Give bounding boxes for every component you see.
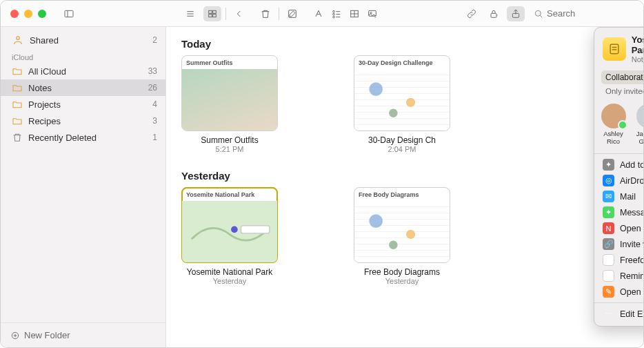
note-thumbnail: Yosemite National Park (181, 187, 278, 263)
share-action[interactable]: ∿Freeform (594, 252, 643, 268)
sidebar-item-label: Shared (30, 35, 59, 46)
search-field[interactable] (529, 8, 643, 19)
delete-note-button[interactable] (256, 6, 274, 21)
share-permission-label: Only invited people can edit. (605, 87, 643, 95)
popover-header: Yosemite National Park Notes (594, 33, 643, 68)
thumb-image (182, 201, 277, 263)
sidebar-item-count: 4 (152, 99, 157, 109)
sidebar-item-recently-deleted[interactable]: Recently Deleted 1 (1, 129, 165, 146)
share-action[interactable]: ✎Open in Pages (594, 284, 643, 300)
sidebar-item-projects[interactable]: Projects 4 (1, 96, 165, 113)
sidebar-item-shared[interactable]: Shared 2 (1, 31, 165, 49)
note-card-label: Yosemite National Park (187, 267, 272, 277)
avatar (601, 104, 626, 128)
toggle-sidebar-button[interactable] (60, 6, 78, 21)
sidebar-item-all-icloud[interactable]: All iCloud 33 (1, 63, 165, 79)
thumb-title: Free Body Diagrams (354, 188, 450, 198)
note-card-time: Yesterday (385, 277, 419, 285)
sidebar-item-notes[interactable]: Notes 26 (1, 79, 165, 96)
share-action[interactable]: ✉Mail (594, 188, 643, 204)
minimize-window-button[interactable] (24, 10, 32, 18)
share-mode-field[interactable]: Collaborate Only invited people can edit… (601, 70, 643, 99)
reading-list-icon: ✦ (603, 159, 614, 171)
svg-point-30 (231, 226, 238, 233)
map-icon (182, 201, 277, 263)
media-button[interactable] (363, 6, 381, 21)
news-icon: N (603, 222, 614, 234)
sidebar-item-label: Notes (28, 83, 52, 93)
checklist-button[interactable] (328, 6, 345, 21)
svg-point-23 (535, 10, 541, 16)
svg-rect-7 (209, 14, 212, 17)
share-permission-row[interactable]: Only invited people can edit. (601, 84, 643, 99)
sidebar-item-count: 33 (148, 66, 157, 76)
folder-icon (12, 66, 23, 77)
sidebar-item-label: Projects (28, 99, 61, 110)
share-popover: Yosemite National Park Notes Collaborate… (594, 27, 643, 327)
share-person[interactable]: Ashley Rico (600, 104, 627, 145)
note-thumbnail: Free Body Diagrams (354, 187, 450, 263)
note-card[interactable]: Yosemite National Park Yosemite National… (181, 187, 278, 285)
view-mode-group (181, 6, 221, 21)
section-title-yesterday: Yesterday (166, 159, 643, 187)
folder-icon (12, 99, 23, 110)
note-thumbnail: Summer Outfits (181, 55, 278, 131)
link-button[interactable] (463, 6, 481, 21)
section-title-today: Today (166, 27, 643, 55)
sidebar-item-recipes[interactable]: Recipes 3 (1, 113, 165, 129)
person-name: Jasmine Garcia (636, 130, 643, 145)
titlebar (1, 1, 643, 27)
text-style-button[interactable] (310, 6, 328, 21)
thumb-title: Yosemite National Park (182, 188, 277, 198)
share-action[interactable]: NOpen in News (594, 220, 643, 236)
share-person[interactable]: Jasmine Garcia (635, 104, 643, 145)
note-card[interactable]: Free Body Diagrams Free Body Diagrams Ye… (354, 187, 450, 285)
trash-icon (12, 132, 23, 143)
sidebar-section-icloud: iCloud (1, 49, 165, 63)
share-button[interactable] (507, 6, 525, 21)
svg-rect-21 (491, 13, 496, 17)
airdrop-icon: ◎ (603, 175, 614, 186)
share-action[interactable]: ✦Add to Reading List (594, 157, 643, 173)
svg-rect-6 (213, 10, 217, 13)
popover-subtitle: Notes (632, 55, 643, 64)
close-window-button[interactable] (10, 10, 19, 18)
share-action[interactable]: ✦Messages (594, 204, 643, 220)
search-input[interactable] (547, 8, 643, 19)
share-action-label: AirDrop (620, 176, 643, 186)
right-toolbar-group (463, 6, 643, 21)
back-button[interactable] (230, 6, 248, 21)
share-action-label: Messages (620, 208, 643, 218)
svg-line-24 (540, 15, 542, 17)
extensions-icon: ⋯ (603, 308, 614, 320)
window-controls (1, 10, 60, 18)
note-card-time: 5:21 PM (216, 145, 244, 153)
sidebar-item-count: 3 (152, 116, 157, 126)
note-card-label: 30-Day Design Ch (368, 135, 436, 145)
gallery-content: Today Summer Outfits Summer Outfits 5:21… (166, 27, 643, 347)
note-card[interactable]: Summer Outfits Summer Outfits 5:21 PM (181, 55, 278, 153)
new-folder-label: New Folder (24, 330, 70, 340)
link-icon: 🔗 (603, 238, 614, 250)
share-action-label: Add to Reading List (620, 160, 643, 170)
share-action[interactable]: ◎AirDrop (594, 173, 643, 188)
app-window: Shared 2 iCloud All iCloud 33 Notes 26 P… (0, 0, 644, 348)
share-action[interactable]: ☰Reminders (594, 268, 643, 284)
share-action-label: Reminders (620, 271, 643, 281)
list-view-button[interactable] (181, 6, 199, 21)
pages-icon: ✎ (603, 286, 614, 298)
svg-rect-32 (610, 44, 618, 53)
lock-button[interactable] (485, 6, 503, 21)
edit-extensions[interactable]: ⋯Edit Extensions… (594, 306, 643, 322)
zoom-window-button[interactable] (38, 10, 46, 18)
new-folder-button[interactable]: New Folder (1, 322, 165, 347)
gallery-view-button[interactable] (203, 6, 221, 21)
note-thumbnail: 30-Day Design Challenge (354, 55, 450, 131)
note-card[interactable]: 30-Day Design Challenge 30-Day Design Ch… (354, 55, 450, 153)
note-card-label: Free Body Diagrams (364, 267, 440, 277)
svg-point-14 (333, 16, 335, 18)
compose-note-button[interactable] (283, 6, 301, 21)
table-button[interactable] (345, 6, 363, 21)
notes-app-icon (603, 37, 626, 61)
share-action[interactable]: 🔗Invite with Link (594, 236, 643, 252)
